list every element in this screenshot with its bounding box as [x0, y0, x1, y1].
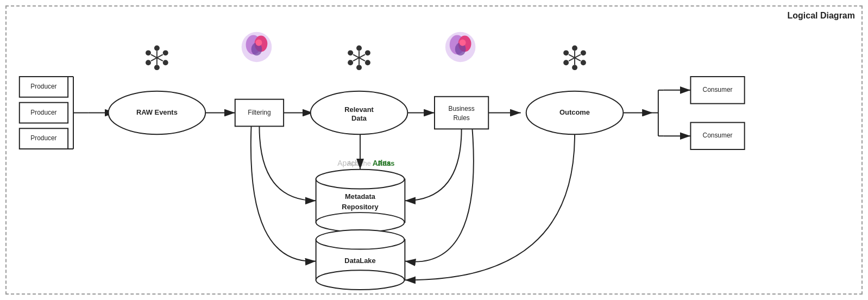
svg-point-32 — [572, 65, 577, 70]
flink-icon-2 — [445, 32, 476, 62]
relevant-data-label2: Data — [351, 114, 367, 122]
arrow-filter-metadata — [259, 126, 316, 201]
svg-point-33 — [563, 60, 569, 65]
svg-point-31 — [581, 60, 586, 65]
svg-point-3 — [163, 60, 168, 65]
consumer-label-1: Consumer — [703, 86, 733, 93]
apache-text: Apache — [337, 159, 363, 167]
consumer-label-2: Consumer — [703, 132, 733, 139]
arrow-business-datalake — [405, 129, 473, 261]
svg-point-18 — [356, 65, 362, 70]
datalake-cylinder-bot — [316, 270, 405, 290]
kafka-icon-2 — [348, 45, 370, 70]
svg-point-14 — [255, 40, 262, 46]
business-rules-box — [435, 97, 488, 129]
kafka-icon-3 — [563, 45, 586, 70]
arrow-outcome-datalake — [405, 134, 575, 280]
svg-point-15 — [356, 45, 362, 51]
filtering-label: Filtering — [248, 109, 271, 116]
producer-label-1: Producer — [30, 83, 56, 90]
svg-point-19 — [348, 60, 353, 65]
kafka-icon-1 — [146, 45, 168, 70]
metadata-cylinder-bot — [316, 212, 405, 232]
business-rules-label2: Rules — [453, 114, 469, 122]
metadata-label2: Repository — [342, 203, 379, 211]
diagram-svg: Producer Producer Producer RAW E — [7, 7, 861, 293]
producer-label-3: Producer — [30, 134, 56, 142]
flink-icon-1 — [242, 32, 272, 62]
diagram-container: Logical Diagram Producer Producer Produc… — [5, 5, 863, 295]
outcome-label: Outcome — [559, 108, 590, 116]
producer-label-2: Producer — [30, 109, 56, 116]
svg-point-29 — [572, 45, 577, 51]
svg-point-2 — [163, 50, 168, 55]
metadata-label1: Metadata — [345, 192, 376, 201]
svg-point-1 — [154, 45, 160, 51]
svg-point-34 — [563, 50, 569, 55]
raw-events-label: RAW Events — [136, 108, 178, 116]
svg-point-28 — [460, 40, 466, 46]
svg-point-20 — [348, 50, 353, 55]
datalake-label: DataLake — [344, 257, 375, 265]
svg-point-17 — [365, 60, 370, 65]
svg-point-4 — [154, 65, 160, 70]
svg-point-30 — [581, 50, 586, 55]
business-rules-label1: Business — [448, 105, 474, 112]
svg-point-5 — [146, 60, 151, 65]
atlas-text: Atlas — [373, 159, 391, 167]
relevant-data-label: Relevant — [344, 105, 374, 114]
svg-point-16 — [365, 50, 370, 55]
arrow-business-metadata — [405, 129, 461, 201]
datalake-cylinder-top — [316, 230, 405, 249]
svg-point-6 — [146, 50, 151, 55]
metadata-cylinder-top — [316, 170, 405, 189]
